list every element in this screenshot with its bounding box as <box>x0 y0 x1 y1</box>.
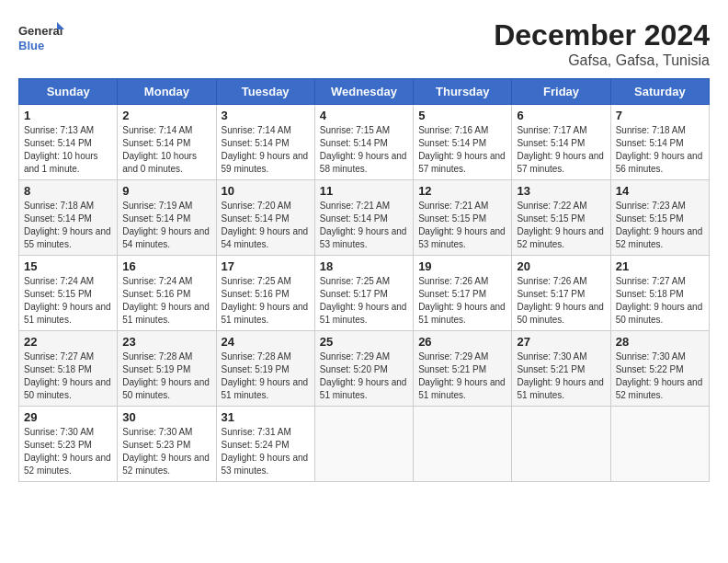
day-detail: Sunrise: 7:20 AMSunset: 5:14 PMDaylight:… <box>222 201 309 249</box>
day-number: 15 <box>24 259 112 273</box>
day-detail: Sunrise: 7:13 AMSunset: 5:14 PMDaylight:… <box>24 125 98 174</box>
day-number: 13 <box>517 184 605 198</box>
calendar-cell <box>512 407 610 482</box>
day-detail: Sunrise: 7:29 AMSunset: 5:20 PMDaylight:… <box>320 351 407 400</box>
calendar-cell: 14 Sunrise: 7:23 AMSunset: 5:15 PMDaylig… <box>610 180 709 256</box>
calendar-cell: 25 Sunrise: 7:29 AMSunset: 5:20 PMDaylig… <box>314 331 413 407</box>
svg-text:General: General <box>18 24 63 38</box>
calendar-table: SundayMondayTuesdayWednesdayThursdayFrid… <box>18 78 710 482</box>
day-detail: Sunrise: 7:19 AMSunset: 5:14 PMDaylight:… <box>122 201 210 249</box>
day-detail: Sunrise: 7:24 AMSunset: 5:15 PMDaylight:… <box>24 276 111 325</box>
weekday-header-wednesday: Wednesday <box>314 79 413 105</box>
day-detail: Sunrise: 7:18 AMSunset: 5:14 PMDaylight:… <box>24 201 111 249</box>
day-detail: Sunrise: 7:26 AMSunset: 5:17 PMDaylight:… <box>517 276 604 325</box>
weekday-header-monday: Monday <box>118 79 216 105</box>
calendar-cell: 17 Sunrise: 7:25 AMSunset: 5:16 PMDaylig… <box>216 256 314 331</box>
day-detail: Sunrise: 7:15 AMSunset: 5:14 PMDaylight:… <box>320 125 407 174</box>
day-number: 14 <box>616 184 704 198</box>
calendar-cell: 20 Sunrise: 7:26 AMSunset: 5:17 PMDaylig… <box>512 256 610 331</box>
day-number: 7 <box>616 109 704 122</box>
calendar-cell: 6 Sunrise: 7:17 AMSunset: 5:14 PMDayligh… <box>512 105 610 180</box>
day-number: 27 <box>517 335 605 349</box>
calendar-week-4: 22 Sunrise: 7:27 AMSunset: 5:18 PMDaylig… <box>19 331 710 407</box>
day-detail: Sunrise: 7:23 AMSunset: 5:15 PMDaylight:… <box>616 201 703 249</box>
calendar-cell: 2 Sunrise: 7:14 AMSunset: 5:14 PMDayligh… <box>118 105 216 180</box>
calendar-cell: 15 Sunrise: 7:24 AMSunset: 5:15 PMDaylig… <box>19 256 118 331</box>
day-number: 17 <box>222 259 310 273</box>
day-detail: Sunrise: 7:21 AMSunset: 5:14 PMDaylight:… <box>320 201 407 249</box>
logo-svg: General Blue <box>18 18 64 60</box>
calendar-cell <box>610 407 709 482</box>
day-number: 4 <box>320 109 408 122</box>
day-number: 1 <box>24 109 112 122</box>
day-number: 30 <box>122 410 210 424</box>
day-number: 10 <box>222 184 310 198</box>
day-number: 5 <box>418 109 506 122</box>
day-detail: Sunrise: 7:14 AMSunset: 5:14 PMDaylight:… <box>222 125 309 174</box>
day-number: 29 <box>24 410 112 424</box>
calendar-cell: 7 Sunrise: 7:18 AMSunset: 5:14 PMDayligh… <box>610 105 709 180</box>
day-number: 23 <box>122 335 210 349</box>
calendar-cell: 5 Sunrise: 7:16 AMSunset: 5:14 PMDayligh… <box>414 105 512 180</box>
calendar-cell: 24 Sunrise: 7:28 AMSunset: 5:19 PMDaylig… <box>216 331 314 407</box>
calendar-cell: 18 Sunrise: 7:25 AMSunset: 5:17 PMDaylig… <box>314 256 413 331</box>
calendar-cell: 21 Sunrise: 7:27 AMSunset: 5:18 PMDaylig… <box>610 256 709 331</box>
calendar-cell: 10 Sunrise: 7:20 AMSunset: 5:14 PMDaylig… <box>216 180 314 256</box>
calendar-week-1: 1 Sunrise: 7:13 AMSunset: 5:14 PMDayligh… <box>19 105 710 180</box>
day-number: 2 <box>122 109 210 122</box>
day-number: 11 <box>320 184 408 198</box>
day-number: 31 <box>222 410 310 424</box>
calendar-cell: 8 Sunrise: 7:18 AMSunset: 5:14 PMDayligh… <box>19 180 118 256</box>
day-number: 16 <box>122 259 210 273</box>
day-number: 18 <box>320 259 408 273</box>
day-number: 3 <box>222 109 310 122</box>
day-number: 26 <box>418 335 506 349</box>
day-detail: Sunrise: 7:31 AMSunset: 5:24 PMDaylight:… <box>222 427 309 476</box>
calendar-cell: 4 Sunrise: 7:15 AMSunset: 5:14 PMDayligh… <box>314 105 413 180</box>
calendar-cell: 11 Sunrise: 7:21 AMSunset: 5:14 PMDaylig… <box>314 180 413 256</box>
day-number: 19 <box>418 259 506 273</box>
calendar-cell: 9 Sunrise: 7:19 AMSunset: 5:14 PMDayligh… <box>118 180 216 256</box>
logo: General Blue <box>18 18 64 60</box>
day-detail: Sunrise: 7:29 AMSunset: 5:21 PMDaylight:… <box>418 351 506 400</box>
day-detail: Sunrise: 7:14 AMSunset: 5:14 PMDaylight:… <box>122 125 197 174</box>
day-number: 28 <box>616 335 704 349</box>
title-block: December 2024 Gafsa, Gafsa, Tunisia <box>494 18 710 69</box>
day-detail: Sunrise: 7:16 AMSunset: 5:14 PMDaylight:… <box>418 125 506 174</box>
day-detail: Sunrise: 7:21 AMSunset: 5:15 PMDaylight:… <box>418 201 506 249</box>
weekday-header-sunday: Sunday <box>19 79 118 105</box>
calendar-cell: 29 Sunrise: 7:30 AMSunset: 5:23 PMDaylig… <box>19 407 118 482</box>
calendar-cell: 26 Sunrise: 7:29 AMSunset: 5:21 PMDaylig… <box>414 331 512 407</box>
svg-text:Blue: Blue <box>18 39 44 52</box>
day-number: 6 <box>517 109 605 122</box>
day-detail: Sunrise: 7:28 AMSunset: 5:19 PMDaylight:… <box>222 351 309 400</box>
month-year: December 2024 <box>494 18 710 52</box>
day-detail: Sunrise: 7:28 AMSunset: 5:19 PMDaylight:… <box>122 351 210 400</box>
calendar-week-5: 29 Sunrise: 7:30 AMSunset: 5:23 PMDaylig… <box>19 407 710 482</box>
calendar-cell: 19 Sunrise: 7:26 AMSunset: 5:17 PMDaylig… <box>414 256 512 331</box>
calendar-cell: 31 Sunrise: 7:31 AMSunset: 5:24 PMDaylig… <box>216 407 314 482</box>
day-number: 25 <box>320 335 408 349</box>
day-detail: Sunrise: 7:25 AMSunset: 5:17 PMDaylight:… <box>320 276 407 325</box>
day-detail: Sunrise: 7:22 AMSunset: 5:15 PMDaylight:… <box>517 201 604 249</box>
calendar-cell <box>314 407 413 482</box>
day-detail: Sunrise: 7:17 AMSunset: 5:14 PMDaylight:… <box>517 125 604 174</box>
calendar-cell <box>414 407 512 482</box>
calendar-week-3: 15 Sunrise: 7:24 AMSunset: 5:15 PMDaylig… <box>19 256 710 331</box>
day-detail: Sunrise: 7:26 AMSunset: 5:17 PMDaylight:… <box>418 276 506 325</box>
page-header: General Blue December 2024 Gafsa, Gafsa,… <box>18 18 710 69</box>
calendar-cell: 16 Sunrise: 7:24 AMSunset: 5:16 PMDaylig… <box>118 256 216 331</box>
calendar-cell: 27 Sunrise: 7:30 AMSunset: 5:21 PMDaylig… <box>512 331 610 407</box>
day-detail: Sunrise: 7:30 AMSunset: 5:23 PMDaylight:… <box>24 427 111 476</box>
calendar-cell: 22 Sunrise: 7:27 AMSunset: 5:18 PMDaylig… <box>19 331 118 407</box>
day-number: 24 <box>222 335 310 349</box>
day-detail: Sunrise: 7:27 AMSunset: 5:18 PMDaylight:… <box>616 276 703 325</box>
day-detail: Sunrise: 7:27 AMSunset: 5:18 PMDaylight:… <box>24 351 111 400</box>
calendar-cell: 23 Sunrise: 7:28 AMSunset: 5:19 PMDaylig… <box>118 331 216 407</box>
day-detail: Sunrise: 7:25 AMSunset: 5:16 PMDaylight:… <box>222 276 309 325</box>
calendar-cell: 1 Sunrise: 7:13 AMSunset: 5:14 PMDayligh… <box>19 105 118 180</box>
calendar-cell: 13 Sunrise: 7:22 AMSunset: 5:15 PMDaylig… <box>512 180 610 256</box>
day-number: 21 <box>616 259 704 273</box>
weekday-header-friday: Friday <box>512 79 610 105</box>
calendar-cell: 28 Sunrise: 7:30 AMSunset: 5:22 PMDaylig… <box>610 331 709 407</box>
